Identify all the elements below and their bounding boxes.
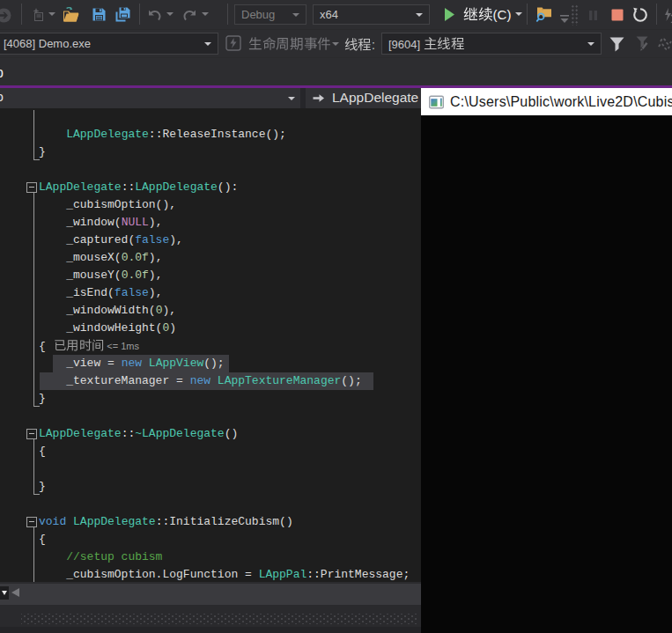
filter-edit-icon[interactable] bbox=[632, 36, 649, 56]
code-line-text: _captured(false), bbox=[39, 233, 183, 247]
configuration-caret-icon bbox=[292, 13, 299, 17]
code-line-text: LAppDelegate::LAppDelegate(): bbox=[39, 180, 238, 194]
nav-project-label-tail[interactable]: o bbox=[0, 90, 4, 104]
code-token: LAppTextureManager bbox=[218, 374, 341, 387]
code-token: { bbox=[39, 340, 46, 353]
thread-label-cjk bbox=[424, 37, 464, 51]
active-tab-label-tail[interactable]: p bbox=[0, 65, 4, 81]
thread-combo[interactable]: [9604] bbox=[381, 33, 602, 55]
code-token: LAppPal bbox=[259, 568, 307, 581]
lifecycle-events-icon[interactable] bbox=[225, 35, 241, 55]
restart-icon[interactable] bbox=[632, 7, 648, 26]
scroll-left-arrow-icon[interactable] bbox=[11, 588, 19, 597]
new-item-icon[interactable] bbox=[29, 6, 46, 26]
continue-button[interactable]: (C) bbox=[463, 5, 511, 23]
lifecycle-events-button[interactable] bbox=[248, 36, 331, 52]
document-tab-bar: p bbox=[0, 57, 672, 85]
thread-label: [9604] bbox=[382, 37, 464, 51]
continue-play-icon[interactable] bbox=[444, 7, 455, 26]
perf-tip-cjk bbox=[54, 339, 104, 352]
continue-caret-icon[interactable] bbox=[515, 12, 522, 16]
fold-collapse-icon[interactable] bbox=[26, 182, 37, 193]
continue-label-cjk bbox=[463, 7, 493, 22]
code-token: false bbox=[114, 286, 149, 299]
code-line-text: _cubismOption.LogFunction = LAppPal::Pri… bbox=[39, 568, 410, 581]
toolbar-grip-dots bbox=[571, 4, 579, 26]
ide-window: Debug x64 (C) [4068] Demo.exe : [9604] p… bbox=[0, 0, 672, 633]
toolbar-separator bbox=[656, 4, 657, 25]
process-label: [4068] Demo.exe bbox=[0, 37, 91, 50]
undo-icon[interactable] bbox=[146, 7, 163, 26]
new-item-caret-icon[interactable] bbox=[48, 12, 55, 16]
undo-caret-icon[interactable] bbox=[166, 12, 174, 16]
code-token: (); bbox=[341, 374, 361, 387]
code-token: ::PrintMessage; bbox=[306, 568, 410, 581]
code-token: ::ReleaseInstance(); bbox=[149, 128, 286, 141]
code-token: ~LAppDelegate bbox=[135, 427, 224, 440]
code-token: { bbox=[39, 533, 46, 546]
console-window[interactable]: C:\Users\Public\work\Live2D\Cubis bbox=[421, 88, 672, 633]
toolbar-separator bbox=[227, 4, 228, 25]
open-file-icon[interactable] bbox=[63, 6, 82, 26]
nav-scope-label[interactable]: LAppDelegate bbox=[332, 90, 418, 106]
navigate-forward-icon[interactable] bbox=[0, 8, 11, 26]
break-dropdown-icon[interactable] bbox=[559, 11, 570, 27]
code-token: _cubismOption.LogFunction = bbox=[39, 568, 259, 581]
code-token: _mouseY( bbox=[39, 269, 122, 282]
code-token: LAppDelegate bbox=[66, 128, 149, 141]
stop-debugging-icon[interactable] bbox=[611, 9, 624, 25]
code-token: _windowWidth( bbox=[39, 304, 156, 317]
perf-tip[interactable]: <= 1ms bbox=[54, 339, 139, 352]
code-token: LAppDelegate bbox=[39, 427, 122, 440]
code-token: false bbox=[135, 233, 169, 247]
thread-caret-icon bbox=[587, 42, 594, 46]
fold-collapse-icon[interactable] bbox=[26, 517, 37, 527]
code-token: LAppView bbox=[149, 357, 203, 370]
toolbar-separator bbox=[21, 4, 22, 25]
code-token: _window( bbox=[39, 216, 122, 229]
diagnostics-icon[interactable] bbox=[663, 7, 672, 26]
code-token: LAppDelegate bbox=[135, 180, 218, 194]
save-icon[interactable] bbox=[92, 7, 107, 26]
console-app-icon bbox=[429, 95, 444, 109]
configuration-label: Debug bbox=[235, 8, 275, 21]
navbar-divider bbox=[300, 88, 306, 108]
code-token: :: bbox=[122, 180, 136, 194]
scrollbar-options-button[interactable] bbox=[0, 586, 9, 600]
console-output-area[interactable] bbox=[421, 115, 672, 633]
lifecycle-caret-icon[interactable] bbox=[332, 42, 339, 46]
code-token: } bbox=[39, 392, 46, 405]
nav-scope-arrow-icon[interactable] bbox=[312, 92, 325, 108]
solution-configuration-combo[interactable]: Debug bbox=[234, 4, 306, 25]
save-all-icon[interactable] bbox=[114, 7, 131, 26]
code-token: new bbox=[190, 374, 210, 387]
code-line-text: { bbox=[39, 340, 46, 353]
filter-threads-icon[interactable] bbox=[609, 36, 625, 56]
attach-to-process-icon[interactable] bbox=[535, 5, 553, 26]
nav-project-caret-icon[interactable] bbox=[288, 97, 295, 100]
code-token: _cubismOption(), bbox=[39, 198, 176, 211]
threads-label: : bbox=[344, 37, 375, 53]
code-line-text: } bbox=[39, 392, 46, 405]
combo-caret-wrap bbox=[416, 13, 429, 17]
pause-icon[interactable] bbox=[587, 9, 599, 25]
splitter-grip-dots[interactable] bbox=[21, 614, 417, 624]
code-token: } bbox=[39, 480, 46, 493]
code-token: :: bbox=[122, 427, 136, 440]
flag-threads-icon[interactable] bbox=[658, 38, 672, 54]
process-combo[interactable]: [4068] Demo.exe bbox=[0, 33, 218, 55]
redo-icon[interactable] bbox=[181, 7, 198, 26]
code-line-text: } bbox=[39, 145, 46, 158]
code-token: 0.0f bbox=[122, 251, 149, 264]
solution-platform-combo[interactable]: x64 bbox=[313, 4, 430, 25]
code-token: LAppDelegate bbox=[73, 515, 156, 528]
code-line-text: { bbox=[39, 445, 46, 458]
redo-caret-icon[interactable] bbox=[202, 12, 209, 16]
fold-collapse-icon[interactable] bbox=[26, 429, 37, 439]
code-token: ), bbox=[149, 216, 163, 229]
code-token: NULL bbox=[122, 216, 149, 229]
console-title-bar[interactable]: C:\Users\Public\work\Live2D\Cubis bbox=[421, 88, 672, 115]
code-line-text: _textureManager = new LAppTextureManager… bbox=[39, 374, 362, 387]
code-token: _windowHeight( bbox=[39, 321, 162, 335]
code-line-text: LAppDelegate::ReleaseInstance(); bbox=[39, 128, 286, 141]
